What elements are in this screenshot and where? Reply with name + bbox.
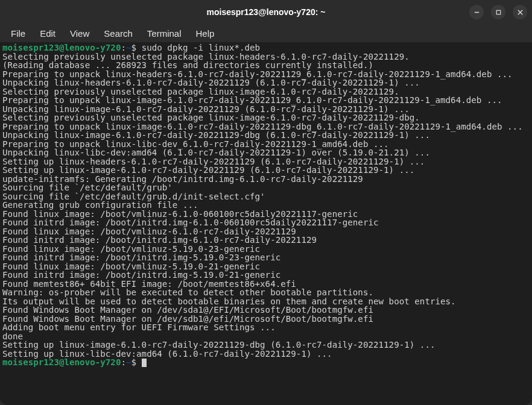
terminal-output-line: Found linux image: /boot/vmlinuz-5.19.0-…	[2, 262, 530, 271]
terminal-output-line: done	[2, 332, 530, 341]
terminal-viewport[interactable]: moisespr123@lenovo-y720:~$ sudo dpkg -i …	[0, 42, 532, 405]
terminal-output-line: Found linux image: /boot/vmlinuz-5.19.0-…	[2, 245, 530, 254]
menu-help[interactable]: Help	[189, 26, 222, 41]
terminal-output-line: Setting up linux-libc-dev:amd64 (6.1.0-r…	[2, 350, 530, 359]
menu-search[interactable]: Search	[97, 26, 140, 41]
terminal-output-line: Unpacking linux-image-6.1.0-rc7-daily-20…	[2, 105, 530, 114]
terminal-line: moisespr123@lenovo-y720:~$ sudo dpkg -i …	[2, 43, 530, 52]
terminal-output-line: Found linux image: /boot/vmlinuz-6.1.0-r…	[2, 227, 530, 236]
terminal-output-line: Setting up linux-headers-6.1.0-rc7-daily…	[2, 157, 530, 166]
prompt-colon: :	[121, 43, 126, 52]
minimize-button[interactable]	[469, 5, 484, 19]
terminal-output-line: (Reading database ... 268923 files and d…	[2, 61, 530, 70]
terminal-output-line: Its output will be used to detect bootab…	[2, 297, 530, 306]
close-icon	[517, 9, 524, 16]
terminal-output-line: Found initrd image: /boot/initrd.img-6.1…	[2, 236, 530, 245]
prompt-user: moisespr123@lenovo-y720	[2, 43, 121, 52]
terminal-output-line: Found Windows Boot Manager on /dev/sda1@…	[2, 306, 530, 315]
menubar: File Edit View Search Terminal Help	[0, 24, 532, 42]
terminal-output-line: Setting up linux-image-6.1.0-rc7-daily-2…	[2, 166, 530, 175]
terminal-output-line: Unpacking linux-image-6.1.0-rc7-daily-20…	[2, 131, 530, 140]
maximize-button[interactable]	[491, 5, 505, 19]
prompt-dollar: $	[131, 43, 142, 52]
maximize-icon	[495, 9, 502, 16]
terminal-line: moisespr123@lenovo-y720:~$	[2, 358, 530, 367]
terminal-output-line: Selecting previously unselected package …	[2, 87, 530, 96]
terminal-output-line: Found Windows Boot Manager on /dev/sdb1@…	[2, 315, 530, 324]
menu-view[interactable]: View	[63, 26, 97, 41]
terminal-output-line: Generating grub configuration file ...	[2, 201, 530, 210]
terminal-output-line: Adding boot menu entry for UEFI Firmware…	[2, 323, 530, 332]
terminal-output-line: Warning: os-prober will be executed to d…	[2, 288, 530, 297]
terminal-output-line: Found initrd image: /boot/initrd.img-6.1…	[2, 218, 530, 227]
terminal-output-line: Preparing to unpack linux-libc-dev_6.1.0…	[2, 140, 530, 149]
terminal-output-line: Sourcing file `/etc/default/grub.d/init-…	[2, 192, 530, 201]
window-controls	[469, 5, 527, 19]
command-text: sudo dpkg -i linux*.deb	[142, 43, 260, 52]
window-title: moisespr123@lenovo-y720: ~	[207, 7, 326, 17]
terminal-output-line: update-initramfs: Generating /boot/initr…	[2, 175, 530, 184]
terminal-output-line: Preparing to unpack linux-image-6.1.0-rc…	[2, 96, 530, 105]
menu-file[interactable]: File	[4, 26, 33, 41]
terminal-output-line: Preparing to unpack linux-image-6.1.0-rc…	[2, 122, 530, 131]
terminal-output-line: Unpacking linux-libc-dev:amd64 (6.1.0-rc…	[2, 148, 530, 157]
prompt-colon: :	[121, 357, 126, 367]
terminal-output-line: Sourcing file `/etc/default/grub'	[2, 183, 530, 192]
terminal-output-line: Setting up linux-image-6.1.0-rc7-daily-2…	[2, 341, 530, 350]
terminal-output-line: Found linux image: /boot/vmlinuz-6.1.0-0…	[2, 210, 530, 219]
prompt-path: ~	[126, 357, 131, 367]
minimize-icon	[473, 9, 480, 16]
close-button[interactable]	[513, 5, 527, 19]
terminal-output-line: Unpacking linux-headers-6.1.0-rc7-daily-…	[2, 78, 530, 87]
terminal-output-line: Found initrd image: /boot/initrd.img-5.1…	[2, 271, 530, 280]
titlebar[interactable]: moisespr123@lenovo-y720: ~	[0, 0, 532, 24]
terminal-output-line: Preparing to unpack linux-headers-6.1.0-…	[2, 70, 530, 79]
terminal-window: moisespr123@lenovo-y720: ~ File Edit Vie…	[0, 0, 532, 405]
terminal-output-line: Selecting previously unselected package …	[2, 113, 530, 122]
terminal-output-line: Selecting previously unselected package …	[2, 52, 530, 61]
prompt-dollar: $	[131, 357, 142, 367]
terminal-output-line: Found memtest86+ 64bit EFI image: /boot/…	[2, 280, 530, 289]
menu-terminal[interactable]: Terminal	[140, 26, 189, 41]
prompt-path: ~	[126, 43, 131, 52]
cursor	[142, 359, 147, 367]
prompt-user: moisespr123@lenovo-y720	[2, 357, 121, 367]
svg-rect-1	[496, 10, 500, 14]
menu-edit[interactable]: Edit	[33, 26, 63, 41]
terminal-output-line: Found initrd image: /boot/initrd.img-5.1…	[2, 253, 530, 262]
